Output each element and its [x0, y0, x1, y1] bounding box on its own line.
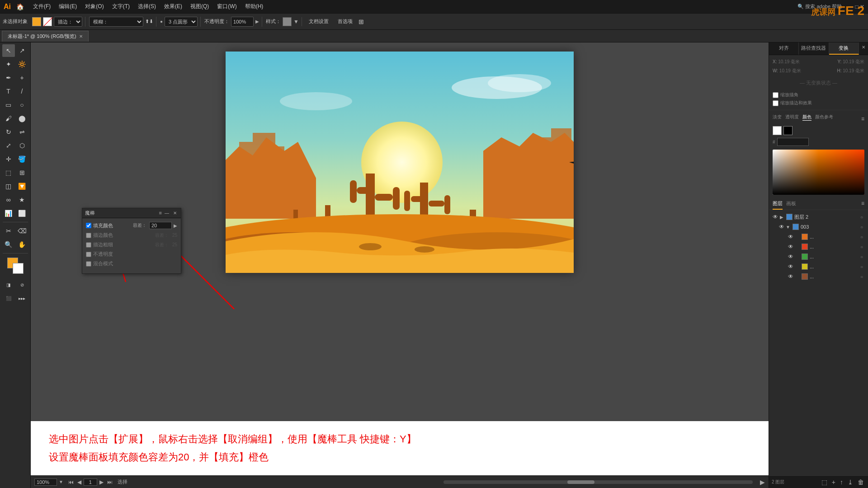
- align-tab[interactable]: 对齐: [769, 42, 799, 55]
- color-tab[interactable]: 颜色: [802, 114, 811, 121]
- scale-effects-checkbox[interactable]: [773, 100, 778, 106]
- screen-mode-btn[interactable]: ⬛: [2, 292, 15, 305]
- artboard[interactable]: ▶: [226, 52, 574, 273]
- pathfinder-tab[interactable]: 路径查找器: [799, 42, 829, 55]
- blur-select[interactable]: 模糊：: [89, 17, 143, 27]
- magic-wand-tool[interactable]: ✦: [2, 58, 15, 70]
- shape-build-tool[interactable]: ✛: [2, 153, 15, 165]
- color-mode-btn[interactable]: ◨: [2, 278, 15, 291]
- transform-tab[interactable]: 变换: [829, 42, 859, 55]
- layer-row-layer2[interactable]: 👁 ▶ 图层 2 ○: [769, 212, 868, 222]
- opacity-arrow[interactable]: ▶: [255, 19, 259, 24]
- reflect-tool[interactable]: ⇌: [16, 126, 28, 138]
- constrain-angle-checkbox[interactable]: [773, 92, 778, 98]
- grad-tool[interactable]: ◫: [2, 180, 15, 192]
- extra-btn[interactable]: ▸▸▸: [16, 292, 28, 305]
- layers-menu-icon[interactable]: ≡: [861, 200, 864, 210]
- doc-tab[interactable]: 未标题-1* @ 100% (RGB/预览) ✕: [2, 31, 89, 42]
- hex-input[interactable]: EF9D2E: [777, 138, 809, 146]
- stroke-none-indicator[interactable]: [43, 17, 52, 26]
- background-color[interactable]: [13, 263, 24, 274]
- menu-file[interactable]: 文件(F): [30, 2, 53, 11]
- path-tool[interactable]: /: [16, 85, 28, 98]
- color-ref-tab[interactable]: 颜色参考: [815, 114, 833, 121]
- black-swatch[interactable]: [783, 126, 793, 135]
- style-arrow[interactable]: ▼: [293, 19, 299, 25]
- layer-eye-green[interactable]: 👁: [787, 253, 794, 260]
- delete-layer-btn[interactable]: 🗑: [856, 479, 865, 486]
- zoom-tool[interactable]: 🔍: [2, 238, 15, 251]
- mesh-tool[interactable]: ⊞: [16, 166, 28, 179]
- lasso-tool[interactable]: 🔆: [16, 58, 28, 70]
- merge-layers-btn[interactable]: ⤓: [846, 479, 854, 486]
- zoom-arrow[interactable]: ▼: [59, 479, 63, 484]
- opacity-checkbox[interactable]: [86, 252, 91, 257]
- make-clipping-mask-btn[interactable]: ⬚: [820, 479, 829, 486]
- rotate-tool[interactable]: ↻: [2, 126, 15, 138]
- layer-row-orange[interactable]: 👁 ... ○: [769, 232, 868, 242]
- menu-effect[interactable]: 效果(E): [161, 2, 185, 11]
- first-page-btn[interactable]: ⏮: [67, 479, 75, 485]
- layer-expand-003[interactable]: ▼: [785, 225, 791, 230]
- stroke-width-checkbox[interactable]: [86, 242, 91, 248]
- last-page-btn[interactable]: ⏭: [106, 479, 114, 485]
- scroll-right-btn[interactable]: ▶: [760, 479, 765, 486]
- none-mode-btn[interactable]: ⊘: [16, 278, 28, 291]
- layer-eye-brown[interactable]: 👁: [787, 273, 794, 280]
- page-input[interactable]: [84, 479, 97, 486]
- layer-eye-003[interactable]: 👁: [778, 224, 785, 230]
- shear-tool[interactable]: ⬡: [16, 139, 28, 152]
- move-to-new-layer-btn[interactable]: ↑: [839, 479, 844, 486]
- menu-text[interactable]: 文字(T): [109, 2, 132, 11]
- layer-eye-yellow[interactable]: 👁: [787, 263, 794, 270]
- menu-window[interactable]: 窗口(W): [214, 2, 239, 11]
- panel-menu-icon[interactable]: ≡: [159, 210, 162, 216]
- close-tab-icon[interactable]: ✕: [79, 34, 83, 39]
- new-layer-btn[interactable]: +: [830, 479, 837, 486]
- menu-edit[interactable]: 编辑(E): [56, 2, 80, 11]
- blob-tool[interactable]: ⬤: [16, 112, 28, 125]
- panel-close-btn[interactable]: ✕: [172, 210, 178, 216]
- arrange-icon[interactable]: ⊞: [359, 18, 364, 25]
- blend-tool[interactable]: ∞: [2, 193, 15, 206]
- home-icon[interactable]: 🏠: [16, 3, 24, 10]
- layer-row-green[interactable]: 👁 ... ○: [769, 252, 868, 262]
- eyedrop-tool[interactable]: 🔽: [16, 180, 28, 192]
- doc-settings-btn[interactable]: 文档设置: [306, 17, 332, 26]
- point-type-select[interactable]: 3 点圆形: [165, 17, 198, 27]
- scale-tool[interactable]: ⤢: [2, 139, 15, 152]
- tolerance-arrow[interactable]: ▶: [174, 223, 177, 228]
- artboard-tab[interactable]: 画板: [786, 200, 796, 210]
- direct-select-tool[interactable]: ↗: [16, 44, 28, 57]
- artboard-tool[interactable]: ⬜: [16, 207, 28, 220]
- fill-color-checkbox[interactable]: [86, 223, 91, 228]
- perspective-tool[interactable]: ⬚: [2, 166, 15, 179]
- fill-color-swatch[interactable]: [32, 17, 41, 26]
- rect-tool[interactable]: ▭: [2, 99, 15, 111]
- menu-help[interactable]: 帮助(H): [242, 2, 266, 11]
- layer-eye-orange[interactable]: 👁: [787, 234, 794, 240]
- opacity-input[interactable]: [231, 17, 254, 27]
- zoom-input[interactable]: [34, 479, 57, 486]
- panel-close[interactable]: ✕: [859, 42, 868, 55]
- color-section-menu[interactable]: ≡: [861, 116, 864, 122]
- panel-collapse-btn[interactable]: —: [164, 210, 170, 216]
- select-tool[interactable]: ↖: [2, 44, 15, 57]
- color-picker[interactable]: [773, 150, 864, 195]
- h-scrollbar[interactable]: [443, 480, 753, 484]
- layer-row-brown[interactable]: 👁 ... ○: [769, 272, 868, 282]
- h-scroll-thumb[interactable]: [567, 480, 594, 484]
- symbol-tool[interactable]: ★: [16, 193, 28, 206]
- hand-tool[interactable]: ✋: [16, 238, 28, 251]
- layers-tab[interactable]: 图层: [773, 200, 783, 210]
- menu-select[interactable]: 选择(S): [135, 2, 159, 11]
- layer-row-yellow[interactable]: 👁 ... ○: [769, 262, 868, 272]
- prev-page-btn[interactable]: ◀: [76, 479, 83, 485]
- fade-tab[interactable]: 淡变: [773, 114, 782, 121]
- menu-view[interactable]: 视图(Q): [188, 2, 212, 11]
- chart-tool[interactable]: 📊: [2, 207, 15, 220]
- text-tool[interactable]: T: [2, 85, 15, 98]
- stroke-color-checkbox[interactable]: [86, 233, 91, 238]
- live-paint-tool[interactable]: 🪣: [16, 153, 28, 165]
- opacity-tab[interactable]: 透明度: [785, 114, 799, 121]
